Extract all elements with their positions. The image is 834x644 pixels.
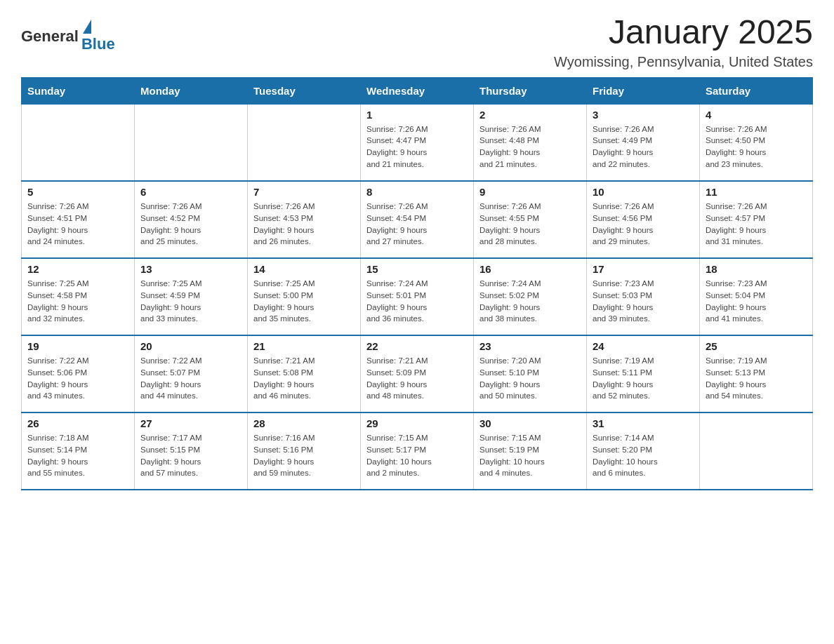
calendar-cell: 18Sunrise: 7:23 AMSunset: 5:04 PMDayligh… <box>700 258 813 335</box>
day-info: Sunrise: 7:26 AMSunset: 4:48 PMDaylight:… <box>479 123 581 170</box>
calendar-cell: 2Sunrise: 7:26 AMSunset: 4:48 PMDaylight… <box>474 104 587 181</box>
calendar-cell <box>22 104 135 181</box>
day-number: 18 <box>706 263 807 275</box>
calendar-cell: 10Sunrise: 7:26 AMSunset: 4:56 PMDayligh… <box>587 181 700 258</box>
day-info: Sunrise: 7:22 AMSunset: 5:07 PMDaylight:… <box>140 355 241 402</box>
weekday-header-row: SundayMondayTuesdayWednesdayThursdayFrid… <box>22 77 813 104</box>
calendar-cell: 8Sunrise: 7:26 AMSunset: 4:54 PMDaylight… <box>361 181 474 258</box>
day-number: 11 <box>706 186 807 198</box>
day-number: 26 <box>27 417 128 429</box>
day-info: Sunrise: 7:23 AMSunset: 5:03 PMDaylight:… <box>593 278 694 325</box>
calendar-cell: 6Sunrise: 7:26 AMSunset: 4:52 PMDaylight… <box>135 181 248 258</box>
day-info: Sunrise: 7:24 AMSunset: 5:02 PMDaylight:… <box>479 278 581 325</box>
weekday-header-thursday: Thursday <box>474 77 587 104</box>
weekday-header-saturday: Saturday <box>700 77 813 104</box>
weekday-header-sunday: Sunday <box>22 77 135 104</box>
day-number: 9 <box>479 186 581 198</box>
day-number: 7 <box>253 186 355 198</box>
day-info: Sunrise: 7:19 AMSunset: 5:13 PMDaylight:… <box>706 355 807 402</box>
day-number: 5 <box>27 186 128 198</box>
day-info: Sunrise: 7:25 AMSunset: 5:00 PMDaylight:… <box>253 278 355 325</box>
calendar-cell: 1Sunrise: 7:26 AMSunset: 4:47 PMDaylight… <box>361 104 474 181</box>
logo-triangle-icon <box>83 20 91 34</box>
calendar-cell: 31Sunrise: 7:14 AMSunset: 5:20 PMDayligh… <box>587 412 700 490</box>
day-info: Sunrise: 7:26 AMSunset: 4:56 PMDaylight:… <box>593 201 694 248</box>
calendar-cell: 28Sunrise: 7:16 AMSunset: 5:16 PMDayligh… <box>248 412 361 490</box>
calendar-cell: 19Sunrise: 7:22 AMSunset: 5:06 PMDayligh… <box>22 335 135 412</box>
calendar-cell: 25Sunrise: 7:19 AMSunset: 5:13 PMDayligh… <box>700 335 813 412</box>
day-info: Sunrise: 7:17 AMSunset: 5:15 PMDaylight:… <box>140 432 241 479</box>
calendar-cell: 21Sunrise: 7:21 AMSunset: 5:08 PMDayligh… <box>248 335 361 412</box>
calendar-cell: 17Sunrise: 7:23 AMSunset: 5:03 PMDayligh… <box>587 258 700 335</box>
day-info: Sunrise: 7:19 AMSunset: 5:11 PMDaylight:… <box>593 355 694 402</box>
day-number: 27 <box>140 417 241 429</box>
calendar-cell: 7Sunrise: 7:26 AMSunset: 4:53 PMDaylight… <box>248 181 361 258</box>
calendar-week-row: 1Sunrise: 7:26 AMSunset: 4:47 PMDaylight… <box>22 104 813 181</box>
calendar-cell: 23Sunrise: 7:20 AMSunset: 5:10 PMDayligh… <box>474 335 587 412</box>
day-info: Sunrise: 7:21 AMSunset: 5:08 PMDaylight:… <box>253 355 355 402</box>
calendar-cell: 11Sunrise: 7:26 AMSunset: 4:57 PMDayligh… <box>700 181 813 258</box>
day-info: Sunrise: 7:21 AMSunset: 5:09 PMDaylight:… <box>366 355 468 402</box>
logo-text-general: General <box>21 27 79 46</box>
calendar-cell: 3Sunrise: 7:26 AMSunset: 4:49 PMDaylight… <box>587 104 700 181</box>
day-info: Sunrise: 7:26 AMSunset: 4:54 PMDaylight:… <box>366 201 468 248</box>
day-number: 8 <box>366 186 468 198</box>
day-number: 16 <box>479 263 581 275</box>
calendar-title: January 2025 <box>554 14 813 51</box>
logo: General Blue <box>21 20 115 53</box>
weekday-header-tuesday: Tuesday <box>248 77 361 104</box>
calendar-cell: 12Sunrise: 7:25 AMSunset: 4:58 PMDayligh… <box>22 258 135 335</box>
day-info: Sunrise: 7:25 AMSunset: 4:58 PMDaylight:… <box>27 278 128 325</box>
day-info: Sunrise: 7:26 AMSunset: 4:47 PMDaylight:… <box>366 123 468 170</box>
calendar-cell <box>248 104 361 181</box>
calendar-cell: 29Sunrise: 7:15 AMSunset: 5:17 PMDayligh… <box>361 412 474 490</box>
calendar-cell: 20Sunrise: 7:22 AMSunset: 5:07 PMDayligh… <box>135 335 248 412</box>
calendar-week-row: 26Sunrise: 7:18 AMSunset: 5:14 PMDayligh… <box>22 412 813 490</box>
day-info: Sunrise: 7:22 AMSunset: 5:06 PMDaylight:… <box>27 355 128 402</box>
day-info: Sunrise: 7:18 AMSunset: 5:14 PMDaylight:… <box>27 432 128 479</box>
day-info: Sunrise: 7:26 AMSunset: 4:52 PMDaylight:… <box>140 201 241 248</box>
day-info: Sunrise: 7:26 AMSunset: 4:50 PMDaylight:… <box>706 123 807 170</box>
weekday-header-friday: Friday <box>587 77 700 104</box>
day-info: Sunrise: 7:25 AMSunset: 4:59 PMDaylight:… <box>140 278 241 325</box>
day-info: Sunrise: 7:15 AMSunset: 5:17 PMDaylight:… <box>366 432 468 479</box>
day-number: 2 <box>479 109 581 121</box>
calendar-cell: 27Sunrise: 7:17 AMSunset: 5:15 PMDayligh… <box>135 412 248 490</box>
day-info: Sunrise: 7:24 AMSunset: 5:01 PMDaylight:… <box>366 278 468 325</box>
calendar-cell <box>135 104 248 181</box>
day-number: 29 <box>366 417 468 429</box>
day-number: 1 <box>366 109 468 121</box>
day-number: 23 <box>479 340 581 352</box>
logo-text-blue: Blue <box>81 35 115 53</box>
day-number: 4 <box>706 109 807 121</box>
day-info: Sunrise: 7:26 AMSunset: 4:55 PMDaylight:… <box>479 201 581 248</box>
calendar-week-row: 12Sunrise: 7:25 AMSunset: 4:58 PMDayligh… <box>22 258 813 335</box>
calendar-cell: 14Sunrise: 7:25 AMSunset: 5:00 PMDayligh… <box>248 258 361 335</box>
day-info: Sunrise: 7:15 AMSunset: 5:19 PMDaylight:… <box>479 432 581 479</box>
day-number: 30 <box>479 417 581 429</box>
day-number: 28 <box>253 417 355 429</box>
calendar-table: SundayMondayTuesdayWednesdayThursdayFrid… <box>21 77 813 491</box>
day-info: Sunrise: 7:26 AMSunset: 4:49 PMDaylight:… <box>593 123 694 170</box>
calendar-cell: 4Sunrise: 7:26 AMSunset: 4:50 PMDaylight… <box>700 104 813 181</box>
day-info: Sunrise: 7:20 AMSunset: 5:10 PMDaylight:… <box>479 355 581 402</box>
day-number: 15 <box>366 263 468 275</box>
calendar-cell: 9Sunrise: 7:26 AMSunset: 4:55 PMDaylight… <box>474 181 587 258</box>
day-info: Sunrise: 7:23 AMSunset: 5:04 PMDaylight:… <box>706 278 807 325</box>
day-info: Sunrise: 7:14 AMSunset: 5:20 PMDaylight:… <box>593 432 694 479</box>
day-info: Sunrise: 7:26 AMSunset: 4:57 PMDaylight:… <box>706 201 807 248</box>
calendar-cell: 15Sunrise: 7:24 AMSunset: 5:01 PMDayligh… <box>361 258 474 335</box>
day-number: 6 <box>140 186 241 198</box>
day-number: 10 <box>593 186 694 198</box>
day-info: Sunrise: 7:26 AMSunset: 4:51 PMDaylight:… <box>27 201 128 248</box>
day-number: 25 <box>706 340 807 352</box>
day-number: 31 <box>593 417 694 429</box>
weekday-header-wednesday: Wednesday <box>361 77 474 104</box>
calendar-cell: 26Sunrise: 7:18 AMSunset: 5:14 PMDayligh… <box>22 412 135 490</box>
day-number: 17 <box>593 263 694 275</box>
day-number: 13 <box>140 263 241 275</box>
calendar-cell: 30Sunrise: 7:15 AMSunset: 5:19 PMDayligh… <box>474 412 587 490</box>
calendar-cell: 22Sunrise: 7:21 AMSunset: 5:09 PMDayligh… <box>361 335 474 412</box>
weekday-header-monday: Monday <box>135 77 248 104</box>
calendar-cell: 16Sunrise: 7:24 AMSunset: 5:02 PMDayligh… <box>474 258 587 335</box>
